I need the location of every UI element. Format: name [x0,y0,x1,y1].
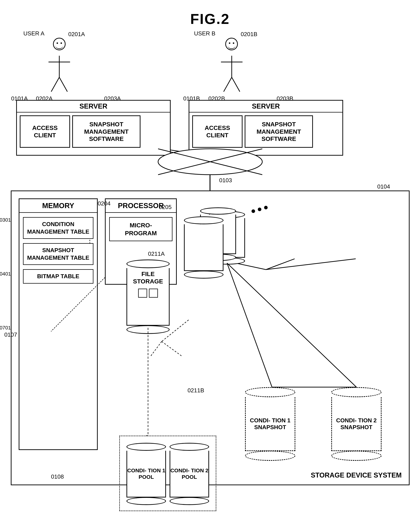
file-storage-label: FILE STORAGE [127,270,169,285]
network-id: 0103 [219,177,232,184]
condition-table-box: CONDITION MANAGEMENT TABLE [23,217,93,239]
condition2-snapshot: CONDI- TION 2 SNAPSHOT [331,387,382,461]
user-a-id: 0201A [68,31,85,38]
access-client-b: ACCESS CLIENT [192,115,242,148]
fs-rect1 [138,289,147,298]
snapshot-software-b: SNAPSHOT MANAGEMENT SOFTWARE [245,115,313,148]
memory-label: MEMORY [19,199,97,213]
snap-line-id: 0211B [188,387,204,394]
access-client-a: ACCESS CLIENT [20,115,70,148]
storage-cyl-front [184,216,224,279]
page: FIG.2 USER A 0201 [0,0,420,514]
svg-line-2 [51,77,59,92]
bitmap-table-id: 0701 [0,325,11,331]
memory-id-outer: 0107 [4,331,17,338]
user-a-label: USER A [23,30,44,37]
snap2-label: CONDI- TION 2 SNAPSHOT [331,397,382,451]
svg-line-7 [232,77,240,92]
fs-rect2 [149,289,158,298]
svg-line-6 [224,77,232,92]
svg-line-26 [227,263,272,387]
file-storage-id: 0211A [148,250,165,257]
figure-title: FIG.2 [0,0,420,27]
server-b-label: SERVER [189,101,342,113]
server-a-label: SERVER [17,101,170,113]
snapshot-software-a: SNAPSHOT MANAGEMENT SOFTWARE [72,115,141,148]
storage-system-label: STORAGE DEVICE SYSTEM [311,471,402,479]
network-shape [156,147,264,176]
pools-dashed-border [119,436,216,511]
memory-box: MEMORY 0301 CONDITION MANAGEMENT TABLE 0… [19,198,98,450]
snapshot-table-id: 0401 [0,271,11,277]
condition-table-id: 0301 [0,217,11,223]
user-b-label: USER B [194,30,215,37]
server-a-box: SERVER ACCESS CLIENT SNAPSHOT MANAGEMENT… [16,100,171,156]
condition1-snapshot: CONDI- TION 1 SNAPSHOT [245,387,295,461]
storage-id: 0104 [377,183,390,190]
file-storage-cyl: FILE STORAGE [127,259,170,334]
storage-system-box: STORAGE DEVICE SYSTEM 0204 PROCESSOR MIC… [11,190,410,485]
snapshot-table-box: SNAPSHOT MANAGEMENT TABLE [23,243,93,265]
svg-line-3 [59,77,67,92]
svg-line-27 [227,263,356,387]
snap1-label: CONDI- TION 1 SNAPSHOT [245,397,295,451]
user-b-id: 0201B [241,31,257,38]
micro-program-box: MICRO-PROGRAM [109,217,172,241]
memory-bus-id: 0108 [51,473,64,480]
bitmap-table-box: BITMAP TABLE [23,269,93,284]
pool-cluster-id: 0205 [159,204,172,211]
